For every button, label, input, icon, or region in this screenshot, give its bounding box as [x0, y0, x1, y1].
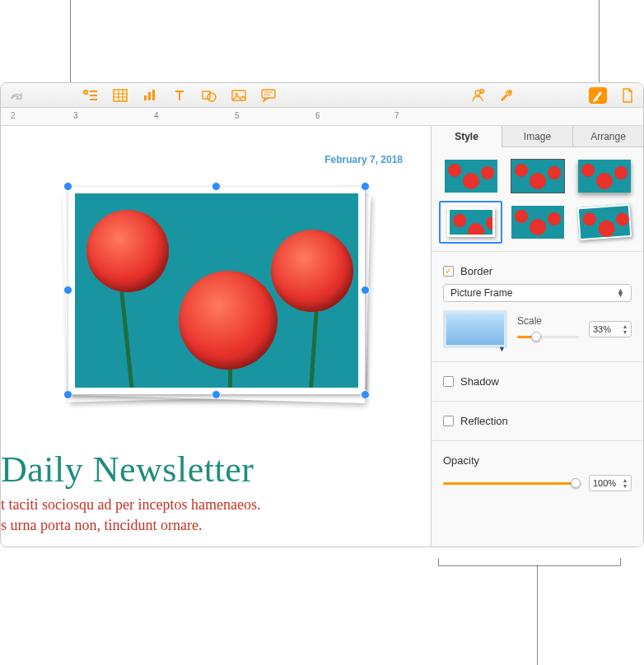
ruler-mark: 5	[235, 111, 240, 120]
scale-slider[interactable]	[517, 330, 579, 343]
style-preset[interactable]	[575, 157, 633, 195]
reflection-checkbox[interactable]	[443, 416, 454, 426]
document-headline[interactable]: Daily Newsletter	[1, 449, 254, 491]
tab-style[interactable]: Style	[432, 126, 502, 147]
window-shell: 2 3 4 5 6 7 February 7, 2018	[0, 82, 644, 547]
callout-line	[599, 0, 600, 86]
document-body[interactable]: t taciti sociosqu ad per inceptos hamena…	[1, 495, 260, 536]
comment-icon[interactable]	[259, 87, 278, 104]
opacity-section: Opacity 100% ▲▼	[432, 446, 643, 500]
resize-handle[interactable]	[361, 286, 370, 295]
scale-stepper[interactable]: 33% ▲▼	[589, 321, 632, 337]
resize-handle[interactable]	[212, 182, 221, 191]
opacity-slider[interactable]	[443, 477, 581, 490]
style-preset[interactable]	[441, 157, 500, 195]
opacity-stepper[interactable]: 100% ▲▼	[589, 475, 632, 491]
style-preset-selected[interactable]	[441, 203, 500, 241]
callout-line	[70, 0, 71, 86]
resize-handle[interactable]	[212, 390, 221, 399]
style-presets	[432, 147, 643, 246]
svg-rect-9	[262, 90, 275, 98]
media-icon[interactable]	[230, 87, 248, 104]
svg-point-6	[208, 93, 216, 101]
shape-icon[interactable]	[200, 87, 218, 104]
shadow-checkbox[interactable]	[443, 376, 454, 387]
stepper-arrows-icon[interactable]: ▲▼	[621, 323, 629, 336]
app-window: 2 3 4 5 6 7 February 7, 2018	[0, 0, 644, 665]
document-canvas[interactable]: February 7, 2018	[1, 126, 431, 546]
resize-handle[interactable]	[361, 390, 370, 399]
format-button[interactable]	[589, 87, 607, 104]
callout-line	[537, 565, 538, 665]
image-content	[68, 187, 365, 394]
tab-arrange[interactable]: Arrange	[572, 126, 643, 147]
ruler-mark: 3	[73, 111, 78, 120]
ruler-mark: 4	[154, 111, 159, 120]
redo-icon[interactable]	[7, 87, 26, 104]
resize-handle[interactable]	[63, 286, 72, 295]
reflection-section: Reflection	[432, 407, 643, 435]
svg-rect-1	[114, 90, 127, 101]
body-row: February 7, 2018	[1, 126, 643, 546]
insert-icon[interactable]	[82, 87, 100, 104]
svg-point-8	[236, 92, 238, 95]
shadow-label: Shadow	[460, 375, 499, 388]
svg-rect-2	[144, 95, 147, 100]
opacity-value: 100%	[593, 478, 616, 488]
callout-bracket	[438, 558, 621, 566]
style-preset[interactable]	[508, 157, 567, 195]
resize-handle[interactable]	[63, 390, 72, 399]
scale-value: 33%	[593, 324, 611, 334]
format-inspector: Style Image Arrange Border	[431, 126, 643, 546]
ruler-mark: 7	[394, 111, 399, 120]
reflection-label: Reflection	[460, 415, 508, 427]
resize-handle[interactable]	[63, 182, 72, 191]
border-checkbox[interactable]	[443, 266, 454, 277]
opacity-label: Opacity	[443, 454, 632, 467]
svg-rect-5	[203, 91, 210, 99]
toolbar	[1, 83, 643, 108]
tools-icon[interactable]	[498, 87, 516, 104]
resize-handle[interactable]	[361, 182, 370, 191]
shadow-section: Shadow	[432, 367, 643, 396]
chevron-updown-icon: ▲▼	[617, 289, 624, 297]
svg-rect-3	[148, 92, 151, 100]
border-section: Border Picture Frame ▲▼ ▼ Scale	[432, 257, 643, 356]
stepper-arrows-icon[interactable]: ▲▼	[621, 477, 629, 490]
body-line: s urna porta non, tincidunt ornare.	[1, 517, 202, 533]
collaborate-icon[interactable]	[469, 87, 487, 104]
border-type-select[interactable]: Picture Frame ▲▼	[443, 284, 632, 302]
document-icon[interactable]	[618, 87, 637, 104]
border-type-value: Picture Frame	[450, 287, 512, 299]
body-line: t taciti sociosqu ad per inceptos hamena…	[1, 496, 260, 513]
chart-icon[interactable]	[141, 87, 159, 104]
frame-preview[interactable]: ▼	[443, 310, 507, 348]
ruler-mark: 6	[315, 111, 320, 120]
border-label: Border	[460, 265, 492, 277]
inspector-tabs: Style Image Arrange	[432, 126, 643, 147]
document-date[interactable]: February 7, 2018	[324, 154, 403, 165]
text-icon[interactable]	[170, 87, 189, 104]
ruler[interactable]: 2 3 4 5 6 7	[1, 108, 643, 126]
tab-image[interactable]: Image	[502, 126, 572, 147]
chevron-down-icon[interactable]: ▼	[498, 345, 506, 353]
table-icon[interactable]	[111, 87, 129, 104]
style-preset[interactable]	[575, 203, 633, 241]
svg-rect-4	[152, 90, 155, 100]
selected-image[interactable]	[68, 187, 365, 394]
scale-label: Scale	[517, 315, 579, 327]
ruler-mark: 2	[11, 111, 16, 120]
style-preset[interactable]	[508, 203, 567, 241]
